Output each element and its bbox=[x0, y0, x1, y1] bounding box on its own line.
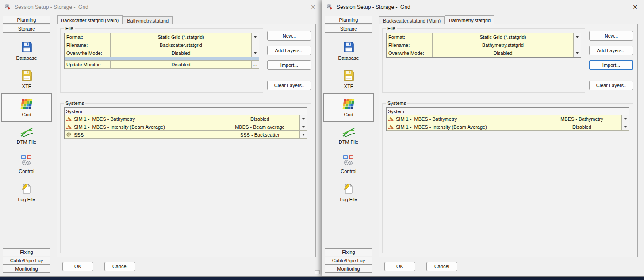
add-layers-button[interactable]: Add Layers... bbox=[589, 46, 633, 55]
tab-bathymetry-statgrid[interactable]: Bathymetry.statgrid bbox=[445, 15, 494, 24]
sidebar-tab-planning[interactable]: Planning bbox=[3, 16, 50, 24]
sidebar-icon-list: Database XTF Grid DTM File bbox=[322, 37, 375, 207]
system-layer-dropdown-button[interactable] bbox=[622, 123, 629, 131]
system-name-cell[interactable]: SIM 1 - MBES - Intensity (Beam Average) bbox=[65, 123, 220, 131]
sidebar-tab-monitoring[interactable]: Monitoring bbox=[325, 265, 372, 273]
sidebar-tab-cable-pipe-lay[interactable]: Cable/Pipe Lay bbox=[325, 257, 372, 265]
system-layer-dropdown-button[interactable] bbox=[622, 115, 629, 123]
desktop: Session Setup - Storage - Grid ✕ Plannin… bbox=[0, 0, 644, 280]
tab-bathymetry-statgrid[interactable]: Bathymetry.statgrid bbox=[123, 16, 172, 24]
overwrite-mode-value[interactable]: Disabled bbox=[111, 49, 252, 57]
titlebar[interactable]: Session Setup - Storage - Grid ✕ bbox=[0, 0, 322, 14]
system-layer-value[interactable]: Disabled bbox=[542, 123, 622, 131]
new-button[interactable]: New... bbox=[267, 31, 311, 41]
sidebar-item-log-file[interactable]: Log File bbox=[1, 178, 52, 207]
filename-value[interactable]: Bathymetry.statgrid bbox=[433, 41, 574, 49]
overwrite-mode-dropdown-button[interactable] bbox=[574, 49, 581, 57]
new-button[interactable]: New... bbox=[589, 31, 633, 41]
sidebar-item-label: DTM File bbox=[17, 139, 37, 145]
filename-browse-button[interactable]: ... bbox=[574, 41, 581, 49]
cancel-button[interactable]: Cancel bbox=[426, 262, 457, 271]
system-layer-value[interactable]: Disabled bbox=[220, 115, 300, 123]
sidebar-item-xtf[interactable]: XTF bbox=[323, 65, 374, 93]
sidebar-tab-monitoring[interactable]: Monitoring bbox=[3, 265, 50, 273]
sidebar-tab-planning[interactable]: Planning bbox=[325, 16, 372, 24]
mbes-icon bbox=[66, 116, 72, 122]
chevron-down-icon bbox=[624, 118, 627, 120]
sidebar-icon-list: Database XTF Grid DTM File bbox=[0, 37, 53, 207]
grid-colors-icon bbox=[20, 98, 33, 111]
system-layer-dropdown-button[interactable] bbox=[300, 123, 307, 131]
tab-backscatter-statgrid[interactable]: Backscatter.statgrid (Main) bbox=[379, 16, 445, 24]
update-monitor-value[interactable]: Disabled bbox=[111, 61, 252, 69]
sidebar-item-control[interactable]: Control bbox=[323, 150, 374, 178]
update-monitor-browse-button[interactable]: ... bbox=[252, 61, 259, 69]
format-value[interactable]: Static Grid (*.statgrid) bbox=[111, 33, 252, 41]
system-name-cell[interactable]: SIM 1 - MBES - Intensity (Beam Average) bbox=[387, 123, 542, 131]
chevron-down-icon bbox=[302, 126, 305, 128]
ok-button[interactable]: OK bbox=[62, 262, 93, 271]
system-name-cell[interactable]: SIM 1 - MBES - Bathymetry bbox=[387, 115, 542, 123]
format-label: Format: bbox=[65, 33, 111, 41]
sidebar-item-label: Database bbox=[338, 55, 359, 61]
sidebar-item-grid[interactable]: Grid bbox=[1, 93, 52, 122]
system-name-cell[interactable]: SIM 1 - MBES - Bathymetry bbox=[65, 115, 220, 123]
sidebar-tab-fixing[interactable]: Fixing bbox=[3, 248, 50, 256]
file-table: Format: Static Grid (*.statgrid) Filenam… bbox=[64, 33, 259, 69]
sidebar-item-label: Log File bbox=[18, 197, 35, 202]
system-name-cell[interactable]: SSS bbox=[65, 131, 220, 139]
sidebar-item-database[interactable]: Database bbox=[1, 37, 52, 65]
close-icon[interactable]: ✕ bbox=[305, 0, 322, 14]
format-value[interactable]: Static Grid (*.statgrid) bbox=[433, 33, 574, 41]
sidebar-item-dtm-file[interactable]: DTM File bbox=[323, 122, 374, 150]
overwrite-mode-dropdown-button[interactable] bbox=[252, 49, 259, 57]
filename-browse-button[interactable]: ... bbox=[252, 41, 259, 49]
sidebar-item-label: Control bbox=[341, 169, 356, 174]
import-button[interactable]: Import... bbox=[267, 60, 311, 70]
chevron-down-icon bbox=[624, 126, 627, 128]
chevron-down-icon bbox=[302, 134, 305, 136]
overwrite-mode-row: Overwrite Mode: Disabled bbox=[387, 49, 581, 57]
cancel-button[interactable]: Cancel bbox=[104, 262, 135, 271]
sidebar-item-database[interactable]: Database bbox=[323, 37, 374, 65]
action-buttons: New... Add Layers... Import... Clear Lay… bbox=[589, 26, 633, 95]
systems-group: Systems System SIM 1 - MBES - Bathymetry bbox=[382, 100, 633, 253]
systems-table: System SIM 1 - MBES - Bathymetry MBES - … bbox=[386, 107, 629, 131]
resize-grip[interactable] bbox=[315, 270, 320, 274]
update-monitor-label: Update Monitor: bbox=[65, 61, 111, 69]
system-row: SIM 1 - MBES - Bathymetry Disabled bbox=[65, 115, 307, 123]
clear-layers-button[interactable]: Clear Layers.. bbox=[267, 81, 311, 90]
file-group-label: File bbox=[64, 26, 75, 31]
import-button[interactable]: Import... bbox=[589, 60, 633, 70]
sidebar-item-xtf[interactable]: XTF bbox=[1, 65, 52, 93]
format-dropdown-button[interactable] bbox=[574, 33, 581, 41]
tab-backscatter-statgrid[interactable]: Backscatter.statgrid (Main) bbox=[57, 15, 123, 24]
system-layer-value[interactable]: SSS - Backscatter bbox=[220, 131, 300, 139]
sidebar-item-grid[interactable]: Grid bbox=[323, 93, 374, 122]
add-layers-button[interactable]: Add Layers... bbox=[267, 46, 311, 55]
system-layer-dropdown-button[interactable] bbox=[300, 115, 307, 123]
titlebar[interactable]: Session Setup - Storage - Grid ✕ bbox=[322, 0, 644, 14]
mbes-icon bbox=[388, 124, 394, 130]
sidebar-item-control[interactable]: Control bbox=[1, 150, 52, 178]
systems-table: System SIM 1 - MBES - Bathymetry Disable… bbox=[64, 107, 307, 139]
file-group-label: File bbox=[386, 26, 397, 31]
sidebar-tab-fixing[interactable]: Fixing bbox=[325, 248, 372, 256]
system-layer-value[interactable]: MBES - Beam average bbox=[220, 123, 300, 131]
clear-layers-button[interactable]: Clear Layers.. bbox=[589, 81, 633, 90]
system-column-header: System bbox=[65, 108, 220, 115]
sidebar-tab-cable-pipe-lay[interactable]: Cable/Pipe Lay bbox=[3, 257, 50, 265]
filename-value[interactable]: Backscatter.statgrid bbox=[111, 41, 252, 49]
system-layer-dropdown-button[interactable] bbox=[300, 131, 307, 139]
ok-button[interactable]: OK bbox=[384, 262, 415, 271]
overwrite-mode-value[interactable]: Disabled bbox=[433, 49, 574, 57]
sidebar-item-dtm-file[interactable]: DTM File bbox=[1, 122, 52, 150]
systems-header-row: System bbox=[387, 108, 629, 115]
dtm-contours-icon bbox=[342, 127, 355, 138]
close-icon[interactable]: ✕ bbox=[627, 0, 644, 14]
format-dropdown-button[interactable] bbox=[252, 33, 259, 41]
sidebar-tab-storage[interactable]: Storage bbox=[325, 25, 372, 33]
sidebar-tab-storage[interactable]: Storage bbox=[3, 25, 50, 33]
sidebar-item-log-file[interactable]: Log File bbox=[323, 178, 374, 207]
system-layer-value[interactable]: MBES - Bathymetry bbox=[542, 115, 622, 123]
